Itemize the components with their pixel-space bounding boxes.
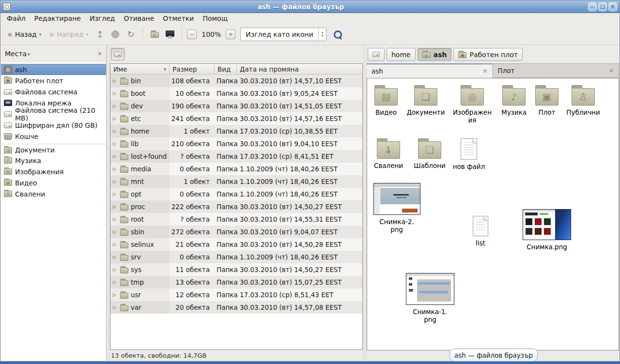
table-row[interactable]: ▷ dev 190 обекта Папка 30.03.2010 (вт) 1… — [110, 100, 362, 112]
reload-button[interactable]: ↻ — [124, 28, 138, 41]
back-button[interactable]: « Назад ▾ — [4, 29, 44, 40]
file-item[interactable]: Документи — [404, 84, 448, 116]
table-row[interactable]: ▷ boot 10 обекта Папка 30.03.2010 (вт) 9… — [110, 87, 362, 100]
pane-splitter[interactable] — [363, 45, 367, 361]
table-row[interactable]: ▷ home 1 обект Папка 17.03.2010 (ср) 10,… — [110, 125, 362, 137]
minimize-button[interactable]: — — [588, 2, 597, 11]
sidebar-item[interactable]: Изображения — [1, 166, 106, 177]
menu-item[interactable]: Редактиране — [30, 14, 85, 23]
file-item[interactable]: Снимка-2. png — [371, 183, 422, 233]
file-item[interactable]: Публични — [563, 84, 604, 116]
tab[interactable]: Плот ✕ — [493, 63, 620, 78]
table-row[interactable]: ▷ srv 0 обекта Папка 1.10.2009 (чт) 18,4… — [110, 251, 362, 263]
expander-icon[interactable]: ▷ — [113, 141, 118, 146]
breadcrumb-button[interactable]: home — [387, 48, 416, 61]
expander-icon[interactable]: ▷ — [113, 129, 118, 134]
table-row[interactable]: ▷ media 0 обекта Папка 1.10.2009 (чт) 18… — [110, 163, 362, 175]
table-row[interactable]: ▷ etc 241 обекта Папка 30.03.2010 (вт) 1… — [110, 112, 362, 125]
expander-icon[interactable]: ▷ — [113, 217, 118, 222]
expander-icon[interactable]: ▷ — [113, 167, 118, 171]
file-item[interactable]: Изображен ия — [450, 84, 495, 124]
table-row[interactable]: ▷ usr 12 обекта Папка 17.03.2010 (ср) 8,… — [110, 288, 362, 301]
pane-splitter[interactable] — [107, 45, 110, 361]
view-mode-select[interactable]: Изглед като икони ▴▾ — [240, 28, 326, 41]
expander-icon[interactable]: ▷ — [113, 280, 118, 285]
computer-button[interactable] — [163, 28, 177, 41]
table-row[interactable]: ▷ selinux 21 обекта Папка 30.03.2010 (вт… — [110, 238, 362, 251]
table-row[interactable]: ▷ bin 108 обекта Папка 30.03.2010 (вт) 1… — [110, 75, 362, 87]
table-row[interactable]: ▷ root ? обекта Папка 30.03.2010 (вт) 14… — [110, 213, 362, 226]
table-row[interactable]: ▷ sbin 272 обекта Папка 30.03.2010 (вт) … — [110, 226, 362, 238]
file-item[interactable]: нов файл — [451, 138, 486, 170]
expander-icon[interactable]: ▷ — [113, 91, 118, 96]
table-row[interactable]: ▷ var 20 обекта Папка 30.03.2010 (вт) 14… — [110, 301, 362, 314]
menu-item[interactable]: Отметки — [158, 14, 198, 23]
maximize-button[interactable]: □ — [598, 2, 607, 11]
expander-icon[interactable]: ▷ — [113, 104, 118, 108]
chevron-down-icon[interactable]: ▾ — [28, 52, 30, 57]
column-header-size[interactable]: Размер — [170, 64, 215, 74]
expander-icon[interactable]: ▷ — [113, 154, 118, 159]
expander-icon[interactable]: ▷ — [113, 229, 118, 234]
file-item[interactable]: Музика — [497, 84, 531, 116]
menu-item[interactable]: Помощ — [198, 14, 232, 23]
stop-button[interactable] — [108, 28, 122, 41]
file-item[interactable]: Плот — [533, 84, 561, 116]
table-row[interactable]: ▷ tmp 13 обекта Папка 30.03.2010 (вт) 15… — [110, 276, 362, 288]
breadcrumb-button[interactable] — [368, 48, 385, 61]
taskbar-window-button[interactable]: ash — файлов браузър — [450, 349, 538, 362]
sidebar-item[interactable]: Документи — [1, 144, 106, 155]
sidebar-close-icon[interactable]: ✕ — [97, 50, 102, 57]
sidebar-item[interactable]: Свалени — [1, 188, 106, 199]
breadcrumb-button[interactable]: ▣ Работен плот — [453, 48, 522, 61]
sidebar-item[interactable]: Шифриран дял (80 GB) — [1, 120, 106, 131]
table-row[interactable]: ▷ lost+found ? обекта Папка 17.03.2010 (… — [110, 150, 362, 163]
sidebar-item[interactable]: ash — [1, 64, 106, 75]
view-mode-spinner-icon[interactable]: ▴▾ — [319, 31, 326, 38]
sidebar-item[interactable]: Музика — [1, 155, 106, 166]
close-button[interactable]: ✕ — [608, 2, 617, 11]
file-item[interactable]: list — [466, 216, 495, 247]
file-item[interactable]: Свалени — [372, 137, 405, 169]
table-row[interactable]: ▷ sys 11 обекта Папка 30.03.2010 (вт) 14… — [110, 263, 362, 276]
expander-icon[interactable]: ▷ — [113, 116, 118, 121]
sidebar-title[interactable]: Места — [5, 50, 27, 58]
tab-close-icon[interactable]: ✕ — [609, 67, 614, 74]
expander-icon[interactable]: ▷ — [113, 192, 118, 197]
table-row[interactable]: ▷ opt 0 обекта Папка 1.10.2009 (чт) 18,4… — [110, 188, 362, 200]
zoom-out-button[interactable]: − — [187, 30, 197, 39]
file-item[interactable]: Снимка.png — [520, 209, 574, 251]
column-header-date[interactable]: Дата на промяна — [237, 64, 362, 74]
tree-pane-location-button[interactable] — [111, 48, 124, 61]
expander-icon[interactable]: ▷ — [113, 204, 118, 209]
table-row[interactable]: ▷ proc 222 обекта Папка 30.03.2010 (вт) … — [110, 200, 362, 213]
column-header-name[interactable]: Име ▾ — [110, 64, 170, 74]
forward-dropdown-icon[interactable]: ▾ — [86, 32, 89, 37]
menu-item[interactable]: Файл — [2, 14, 30, 23]
search-icon[interactable] — [333, 30, 342, 39]
sidebar-item[interactable]: Видео — [1, 177, 106, 188]
sidebar-item[interactable]: Работен плот — [1, 75, 106, 86]
sidebar-item[interactable]: Кошче — [1, 131, 106, 142]
home-button[interactable]: ⌂ — [148, 28, 161, 41]
expander-icon[interactable]: ▷ — [113, 292, 118, 297]
table-row[interactable]: ▷ mnt 1 обект Папка 1.10.2009 (чт) 18,40… — [110, 175, 362, 188]
sidebar-item[interactable]: Файлова система — [1, 86, 106, 97]
menu-item[interactable]: Отиване — [119, 14, 158, 23]
file-item[interactable]: Видео — [371, 84, 401, 116]
back-dropdown-icon[interactable]: ▾ — [39, 32, 42, 37]
zoom-in-button[interactable]: + — [226, 30, 235, 39]
expander-icon[interactable]: ▷ — [113, 179, 118, 184]
column-header-type[interactable]: Вид — [215, 64, 237, 74]
tab-close-icon[interactable]: ✕ — [482, 68, 487, 75]
expander-icon[interactable]: ▷ — [113, 242, 118, 247]
up-button[interactable]: ↥ — [93, 28, 107, 41]
expander-icon[interactable]: ▷ — [113, 267, 118, 272]
expander-icon[interactable]: ▷ — [113, 305, 118, 310]
file-item[interactable]: Шаблони — [411, 137, 449, 169]
sidebar-item[interactable]: Файлова система (210 MB) — [1, 108, 106, 120]
menu-item[interactable]: Изглед — [85, 14, 120, 23]
file-item[interactable]: Снимка-1. png — [402, 273, 458, 323]
table-row[interactable]: ▷ lib 210 обекта Папка 30.03.2010 (вт) 9… — [110, 137, 362, 150]
expander-icon[interactable]: ▷ — [113, 78, 118, 83]
